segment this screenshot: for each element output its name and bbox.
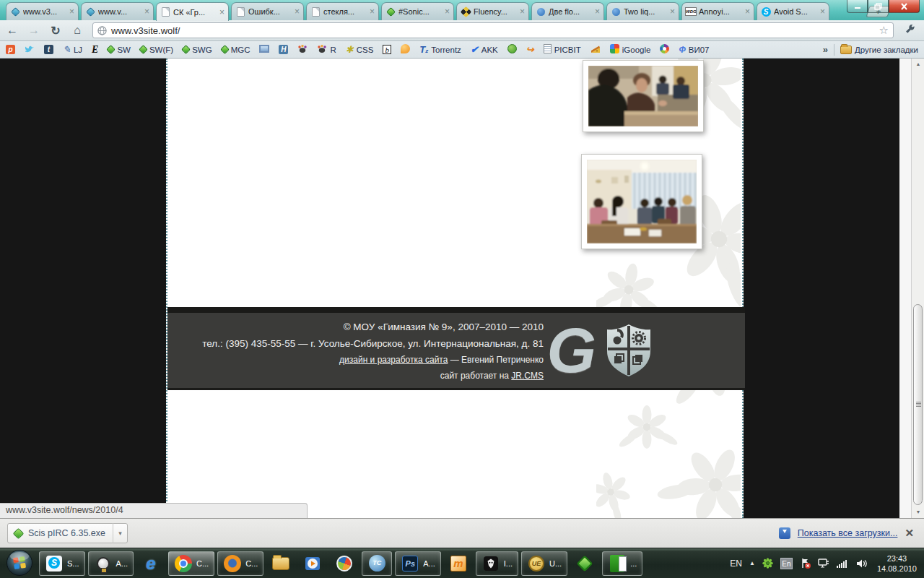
tab-close-icon[interactable]: × bbox=[144, 8, 149, 15]
bookmark-item[interactable]: PICBIT bbox=[544, 44, 581, 55]
wrench-menu-button[interactable] bbox=[899, 22, 920, 39]
bookmark-item[interactable]: SWG bbox=[183, 46, 212, 54]
bookmark-item[interactable]: ✔AKK bbox=[471, 45, 498, 54]
taskbar-item[interactable]: e bbox=[136, 551, 165, 576]
taskbar-item[interactable]: m bbox=[444, 551, 473, 576]
bookmark-star-icon[interactable]: ☆ bbox=[879, 24, 889, 37]
taskbar-item[interactable]: ... bbox=[602, 551, 642, 576]
taskbar-item[interactable]: PsA... bbox=[395, 551, 441, 576]
other-bookmarks-button[interactable]: Другие закладки bbox=[840, 46, 918, 54]
taskbar-clock[interactable]: 23:43 14.08.2010 bbox=[877, 553, 917, 574]
restore-button[interactable] bbox=[868, 0, 889, 13]
taskbar-item[interactable]: C... bbox=[168, 551, 214, 576]
tab-close-icon[interactable]: × bbox=[445, 8, 450, 15]
bookmark-item[interactable]: SW bbox=[108, 46, 131, 54]
bookmark-item[interactable]: ФВИ07 bbox=[679, 46, 709, 54]
download-caret-icon[interactable]: ▾ bbox=[113, 523, 127, 543]
shelf-close-icon[interactable]: ✕ bbox=[905, 527, 914, 540]
taskbar-item[interactable]: UEU... bbox=[521, 551, 567, 576]
tab-close-icon[interactable]: × bbox=[820, 8, 825, 15]
tab-close-icon[interactable]: × bbox=[370, 8, 375, 15]
taskbar-item[interactable]: C... bbox=[217, 551, 263, 576]
bookmark-item[interactable]: TzTorrentz bbox=[419, 45, 461, 54]
bookmark-item[interactable]: ✎LJ bbox=[63, 45, 82, 54]
bookmark-item[interactable]: ✱CSS bbox=[346, 45, 374, 54]
news-photo-thumbnail[interactable] bbox=[583, 60, 704, 132]
tab[interactable]: www.v3...× bbox=[6, 2, 79, 20]
taskbar-item[interactable]: S... bbox=[39, 551, 85, 576]
icq-flower-icon[interactable] bbox=[762, 558, 773, 569]
forward-button[interactable]: → bbox=[25, 22, 43, 39]
gymnasium-logo: G bbox=[547, 320, 653, 381]
bookmark-item[interactable] bbox=[259, 45, 269, 54]
close-button[interactable] bbox=[889, 0, 920, 13]
bookmark-item[interactable]: H bbox=[279, 45, 288, 54]
keyboard-layout-badge[interactable]: En bbox=[780, 558, 793, 569]
taskbar-item[interactable] bbox=[298, 551, 327, 576]
taskbar-item[interactable]: I... bbox=[476, 551, 518, 576]
news-photo-thumbnail[interactable] bbox=[581, 154, 702, 249]
tab[interactable]: стекля...× bbox=[306, 2, 379, 20]
bookmark-item[interactable]: t bbox=[44, 45, 53, 54]
bookmark-item[interactable]: MGC bbox=[222, 46, 250, 54]
bookmark-item[interactable] bbox=[590, 45, 601, 55]
taskbar-item[interactable] bbox=[330, 551, 359, 576]
download-item-button[interactable]: Scis pIRC 6.35.exe ▾ bbox=[7, 523, 128, 543]
tab[interactable]: Ошибк...× bbox=[231, 2, 304, 20]
tab[interactable]: www.v...× bbox=[81, 2, 154, 20]
cms-link[interactable]: JR.CMS bbox=[511, 371, 544, 381]
bookmark-item[interactable] bbox=[25, 45, 35, 55]
taskbar-item[interactable] bbox=[570, 551, 599, 576]
hidden-icons-arrow[interactable]: ▲ bbox=[749, 560, 755, 566]
tab[interactable]: Fluency...× bbox=[456, 2, 529, 20]
taskbar-item[interactable]: A... bbox=[88, 551, 134, 576]
scrollbar-thumb[interactable] bbox=[913, 304, 923, 505]
tab-close-icon[interactable]: × bbox=[520, 8, 525, 15]
reload-button[interactable]: ↻ bbox=[46, 22, 65, 39]
tab-close-icon[interactable]: × bbox=[745, 8, 750, 15]
tab[interactable]: Two liq...× bbox=[606, 2, 679, 20]
bookmark-item[interactable] bbox=[660, 44, 669, 55]
bookmark-item[interactable]: E bbox=[92, 45, 98, 55]
tab[interactable]: СК «Гр...× bbox=[156, 2, 229, 21]
bookmark-item[interactable]: R bbox=[317, 44, 336, 55]
design-link[interactable]: дизайн и разработка сайта bbox=[339, 355, 448, 365]
scroll-up-arrow[interactable]: ▲ bbox=[912, 59, 924, 70]
gem-mail-icon bbox=[575, 554, 594, 573]
bookmark-item[interactable]: p bbox=[6, 45, 15, 54]
bookmark-item[interactable] bbox=[297, 44, 308, 55]
tab[interactable]: Две flo...× bbox=[531, 2, 604, 20]
tab-close-icon[interactable]: × bbox=[69, 8, 74, 15]
tab[interactable]: SAvoid S...× bbox=[757, 2, 829, 20]
home-button[interactable]: ⌂ bbox=[68, 22, 87, 39]
address-bar[interactable]: www.v3site.wolf/ ☆ bbox=[92, 22, 894, 38]
volume-speaker-icon[interactable] bbox=[855, 558, 867, 569]
taskbar-item[interactable] bbox=[266, 551, 295, 576]
scroll-down-arrow[interactable]: ▼ bbox=[912, 506, 924, 518]
bookmark-item[interactable]: b bbox=[383, 45, 391, 54]
hardware-monitor-icon[interactable] bbox=[818, 558, 829, 569]
vertical-scrollbar[interactable]: ▲ ▼ bbox=[911, 59, 924, 518]
show-all-downloads-link[interactable]: Показать все загрузки... bbox=[798, 528, 898, 538]
bookmark-item[interactable]: SW(F) bbox=[140, 46, 173, 54]
tab-close-icon[interactable]: × bbox=[219, 9, 225, 16]
tab-close-icon[interactable]: × bbox=[295, 8, 300, 15]
orange-arrow-icon: ↪ bbox=[526, 45, 534, 54]
taskbar-item[interactable]: TC bbox=[362, 551, 392, 576]
action-center-flag-icon[interactable] bbox=[800, 558, 811, 569]
tab-close-icon[interactable]: × bbox=[670, 8, 675, 15]
language-indicator[interactable]: EN bbox=[730, 558, 742, 569]
bookmark-item[interactable]: iGoogle bbox=[610, 44, 651, 55]
bookmark-item[interactable] bbox=[401, 44, 410, 55]
network-signal-icon[interactable] bbox=[837, 558, 848, 569]
bookmark-item[interactable]: ↪ bbox=[526, 45, 534, 54]
url-text[interactable]: www.v3site.wolf/ bbox=[111, 25, 875, 36]
start-button[interactable] bbox=[4, 549, 35, 578]
bookmark-item[interactable] bbox=[507, 44, 517, 55]
tab-close-icon[interactable]: × bbox=[595, 8, 600, 15]
back-button[interactable]: ← bbox=[3, 22, 22, 39]
bookmarks-overflow-chevron[interactable]: » bbox=[823, 44, 828, 55]
minimize-button[interactable] bbox=[847, 0, 868, 13]
tab[interactable]: #Sonic...× bbox=[381, 2, 454, 20]
tab[interactable]: WDGAnnoyi...× bbox=[681, 2, 754, 20]
